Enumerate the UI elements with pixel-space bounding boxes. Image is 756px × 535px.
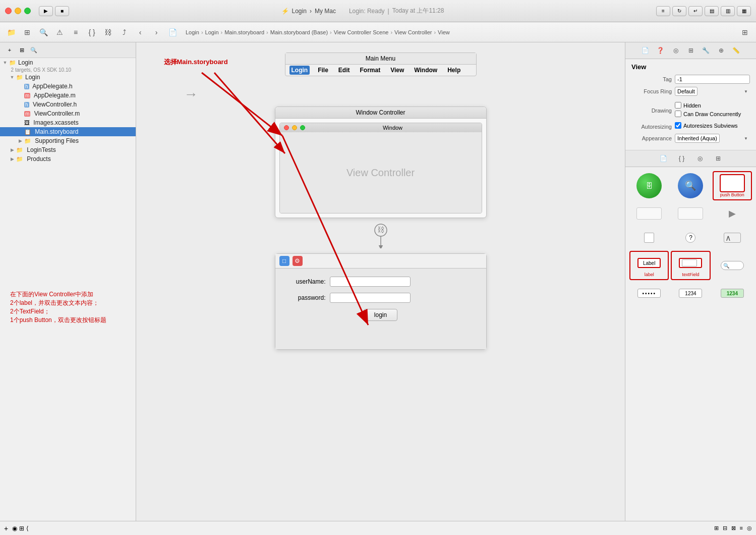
panel-ruler-btn[interactable]: 📏 [729,44,743,57]
sidebar-add-btn[interactable]: + [4,45,15,55]
grid-icon[interactable]: ⊞ [20,25,34,39]
sidebar-toggle-button[interactable]: ≡ [656,6,670,16]
panel-target-btn[interactable]: ◎ [669,44,683,57]
stop-button[interactable]: ■ [55,6,69,16]
tree-viewcontroller-h[interactable]: h ViewController.h [0,100,136,109]
panel-file-btn[interactable]: 📄 [638,44,653,57]
comp-number-green-field[interactable]: 1234 [713,282,752,304]
sf-icon: 📁 [24,138,31,144]
tag-input[interactable] [675,75,750,84]
main-storyboard-label: Main.storyboard [33,128,78,135]
focus-ring-select[interactable]: Default [675,87,697,96]
code-icon[interactable]: { } [85,25,99,39]
tree-login-group[interactable]: ▼ 📁 Login [0,73,136,82]
list-icon[interactable]: ≡ [69,25,83,39]
sidebar-search-btn[interactable]: 🔍 [28,45,39,55]
nav-forward[interactable]: › [149,25,163,39]
lib-grid-btn[interactable]: ⊞ [711,152,725,165]
appearance-select[interactable]: Inherited (Aqua) [675,134,720,143]
comp-textfield[interactable]: textField [671,251,710,280]
tree-products[interactable]: ▶ 📁 Products [0,154,136,164]
panel-person-btn[interactable]: 🔧 [699,44,713,57]
list-view-btn[interactable]: ≡ [740,525,743,531]
search-icon[interactable]: 🔍 [36,25,50,39]
comp-blue-search[interactable]: 🔍 [671,171,710,200]
lib-circle-btn[interactable]: ◎ [693,152,707,165]
menu-item-help[interactable]: Help [445,66,462,75]
question-container: ? [678,229,703,247]
panel-globe-btn[interactable]: ⊕ [714,44,728,57]
password-input[interactable] [330,293,411,303]
panel-circle-btn[interactable]: ❓ [654,44,668,57]
tree-images[interactable]: 🖼 Images.xcassets [0,118,136,127]
comp-number-field[interactable]: 1234 [671,282,710,304]
comp-push-button[interactable]: push Button [713,171,752,200]
tree-logintests[interactable]: ▶ 📁 LoginTests [0,145,136,154]
supporting-files-label: Supporting Files [33,137,79,144]
menu-item-edit[interactable]: Edit [336,66,352,75]
bottom-icon3[interactable]: ⟨ [26,525,29,532]
menu-item-format[interactable]: Format [358,66,383,75]
logintests-label: LoginTests [25,146,56,153]
comp-green-db[interactable]: 🗄 [629,171,669,200]
fit-icon[interactable]: ⊟ [723,525,727,531]
main-layout: + ⊞ 🔍 ▼ 📁 Login 2 targets, OS X SDK 10.1… [0,42,756,535]
menu-item-login[interactable]: Login [289,66,310,75]
add-btn[interactable]: + [4,524,8,532]
share-icon[interactable]: ⤴ [117,25,131,39]
autoresizes-row: Autoresizes Subviews [675,122,738,129]
tree-viewcontroller-m[interactable]: m ViewController.m [0,109,136,118]
minimize-button[interactable] [15,8,21,14]
status-sep: | [388,8,389,15]
refresh-button[interactable]: ↻ [672,6,686,16]
menu-item-file[interactable]: File [316,66,330,75]
login-button[interactable]: login [364,309,397,321]
layout-button3[interactable]: ▦ [737,6,751,16]
panel-grid-btn[interactable]: ⊞ [684,44,698,57]
comp-label[interactable]: Label label [629,251,669,280]
circle-btn[interactable]: ◎ [747,525,752,531]
autoresizes-checkbox[interactable] [675,122,681,129]
menu-item-view[interactable]: View [388,66,406,75]
sidebar-filter-btn[interactable]: ⊞ [16,45,27,55]
folder-icon[interactable]: 📁 [4,25,18,39]
full-icon[interactable]: ⊠ [731,525,736,531]
tree-root[interactable]: ▼ 📁 Login [0,58,136,67]
warning-icon[interactable]: ⚠ [52,25,67,39]
tree-appdelegate-m[interactable]: m AppDelegate.m [0,91,136,100]
play-button[interactable]: ▶ [39,6,53,16]
comp-question[interactable]: ? [671,227,710,249]
number-green-icon: 1234 [721,289,744,298]
vc-h-label: ViewController.h [31,101,77,108]
file-icon[interactable]: 📄 [165,25,180,39]
layout-button2[interactable]: ▥ [721,6,735,16]
bottom-icon2[interactable]: ⊞ [19,525,24,532]
can-draw-checkbox[interactable] [675,111,681,117]
hidden-checkbox[interactable] [675,102,681,109]
comp-search-field[interactable]: 🔍 [713,251,752,280]
username-input[interactable] [330,277,411,287]
zoom-icon[interactable]: ⊞ [714,525,719,531]
tree-supporting-files[interactable]: ▶ 📁 Supporting Files [0,136,136,145]
lib-code-btn[interactable]: { } [675,152,689,165]
right-panel-icons[interactable]: ⊞ [738,25,752,39]
bottom-icon1[interactable]: ◉ [12,525,17,532]
link-icon[interactable]: ⛓ [101,25,115,39]
close-button[interactable] [5,8,12,14]
comp-stepper[interactable]: ∧ [713,227,752,249]
tree-appdelegate-h[interactable]: h AppDelegate.h [0,82,136,91]
comp-box-sm1[interactable] [629,202,669,225]
comp-triangle[interactable]: ▶ [713,202,752,225]
comp-password-field[interactable]: ••••• [629,282,669,304]
inspector-section: View Tag Focus Ring Default Drawing [625,59,756,150]
layout-button1[interactable]: ▤ [705,6,719,16]
enter-button[interactable]: ↵ [688,6,703,16]
canvas-area[interactable]: 选择Main.storyboard Main Menu Login File [136,42,625,535]
comp-box-sm2[interactable] [671,202,710,225]
tree-main-storyboard[interactable]: 📋 Main.storyboard [0,127,136,136]
comp-check[interactable] [629,227,669,249]
zoom-button[interactable] [24,8,31,14]
nav-back[interactable]: ‹ [133,25,147,39]
lib-file-btn[interactable]: 📄 [657,152,671,165]
menu-item-window[interactable]: Window [412,66,439,75]
